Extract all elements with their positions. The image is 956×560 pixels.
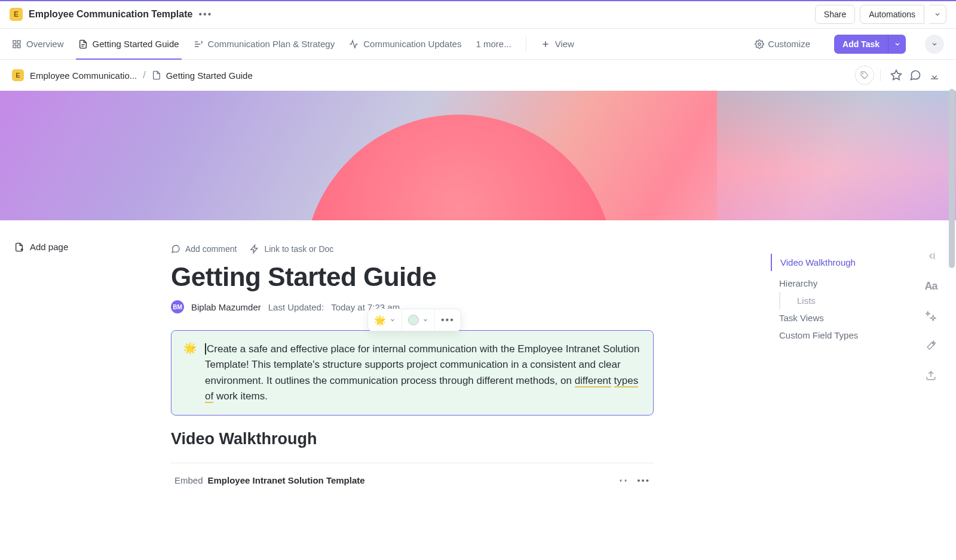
chevron-down-icon [894, 41, 901, 48]
svg-rect-2 [13, 45, 16, 48]
add-page-button[interactable]: Add page [14, 242, 153, 252]
svg-marker-6 [891, 70, 902, 80]
embed-block[interactable]: Embed Employee Intranet Solution Templat… [171, 463, 654, 485]
doc-icon [152, 70, 161, 80]
comment-icon [171, 244, 180, 254]
export-button[interactable] [924, 368, 938, 383]
chevron-down-icon [422, 317, 428, 323]
workspace-more-icon[interactable]: ••• [198, 9, 212, 20]
svg-rect-1 [17, 41, 20, 44]
doc-actions: Add comment Link to task or Doc [171, 244, 654, 254]
action-label: Add comment [185, 244, 237, 254]
tab-more[interactable]: 1 more... [476, 29, 511, 60]
doc-title[interactable]: Getting Started Guide [171, 262, 654, 292]
collapse-outline-button[interactable] [924, 249, 938, 263]
updated-label: Last Updated: [268, 302, 324, 312]
plus-icon [541, 39, 550, 49]
breadcrumb-row: E Employee Communicatio... / Getting Sta… [0, 60, 956, 91]
magic-button[interactable] [924, 339, 938, 353]
workspace-bar: E Employee Communication Template ••• Sh… [0, 0, 956, 29]
comments-button[interactable] [906, 66, 925, 85]
tab-label: Getting Started Guide [93, 39, 179, 49]
callout-block[interactable]: 🌟 Create a safe and effective place for … [171, 330, 654, 416]
overflow-button[interactable] [925, 35, 944, 54]
add-task-group: Add Task [834, 35, 906, 54]
left-sidebar: Add page [0, 220, 167, 485]
author-name[interactable]: Biplab Mazumder [191, 302, 261, 312]
add-view[interactable]: View [541, 29, 574, 60]
sparkle-icon: 🌟 [183, 341, 197, 404]
share-button[interactable]: Share [815, 5, 855, 24]
link-icon [250, 244, 259, 254]
wand-icon [926, 340, 936, 351]
separator [526, 37, 526, 51]
more-icon[interactable]: ••• [637, 475, 650, 485]
gear-icon [755, 39, 764, 49]
block-more-button[interactable]: ••• [435, 309, 461, 331]
scrollbar-thumb[interactable] [949, 89, 955, 268]
text-cursor [205, 343, 206, 355]
resize-icon[interactable] [618, 476, 629, 485]
svg-rect-0 [13, 41, 16, 44]
add-task-button[interactable]: Add Task [834, 35, 888, 54]
tab-plan-strategy[interactable]: Communication Plan & Strategy [194, 29, 335, 60]
overview-icon [12, 39, 22, 49]
upload-icon [926, 370, 936, 381]
doc-content: Add comment Link to task or Doc Getting … [167, 220, 657, 485]
collapse-icon [929, 70, 940, 81]
svg-point-4 [758, 43, 761, 45]
chevron-down-icon [931, 41, 938, 48]
tab-label: View [555, 39, 574, 49]
tab-overview[interactable]: Overview [12, 29, 64, 60]
scrollbar[interactable] [946, 2, 955, 557]
add-comment-button[interactable]: Add comment [171, 244, 237, 254]
tab-label: Communication Plan & Strategy [208, 39, 335, 49]
typography-button[interactable]: Aa [924, 279, 938, 293]
breadcrumb-root[interactable]: E Employee Communicatio... [12, 69, 137, 81]
tab-label: Communication Updates [363, 39, 461, 49]
cover-image[interactable] [0, 91, 956, 220]
link-task-button[interactable]: Link to task or Doc [250, 244, 333, 254]
collapse-button[interactable] [925, 66, 944, 85]
customize-label: Customize [768, 39, 810, 49]
workspace-title[interactable]: Employee Communication Template [29, 9, 192, 20]
tag-button[interactable] [855, 66, 874, 85]
right-sidebar: Video Walkthrough Hierarchy Lists Task V… [771, 220, 956, 485]
collapse-icon [925, 251, 937, 261]
block-icon-picker[interactable]: 🌟 [368, 309, 402, 331]
activity-icon [349, 39, 358, 49]
tab-updates[interactable]: Communication Updates [349, 29, 461, 60]
breadcrumb-current[interactable]: Getting Started Guide [152, 70, 253, 81]
embed-label: Embed [174, 475, 203, 485]
breadcrumb-separator: / [143, 70, 145, 81]
separator [880, 69, 881, 81]
automations-button-group: Automations [860, 5, 946, 24]
customize-button[interactable]: Customize [755, 39, 810, 49]
chevron-down-icon [934, 11, 941, 18]
doc-icon [78, 39, 88, 49]
author-avatar[interactable]: BM [171, 300, 184, 313]
tag-icon [860, 71, 869, 79]
add-page-label: Add page [30, 242, 68, 252]
tab-label: Overview [26, 39, 64, 49]
add-task-dropdown[interactable] [888, 35, 906, 54]
callout-spellcheck: different [575, 375, 611, 387]
block-color-picker[interactable] [402, 309, 435, 331]
automations-dropdown[interactable] [929, 5, 946, 24]
gantt-icon [194, 39, 203, 49]
embed-name: Employee Intranet Solution Template [208, 475, 365, 485]
block-toolbar[interactable]: 🌟 ••• [367, 309, 461, 331]
action-label: Link to task or Doc [264, 244, 333, 254]
callout-text-part: work items. [213, 390, 268, 402]
favorite-button[interactable] [887, 66, 906, 85]
heading-video-walkthrough[interactable]: Video Walkthrough [171, 430, 654, 448]
add-page-icon [14, 242, 24, 252]
workspace-badge-small: E [12, 69, 24, 81]
workspace-badge: E [10, 8, 23, 21]
automations-button[interactable]: Automations [860, 5, 924, 24]
tab-label: 1 more... [476, 39, 511, 49]
sparkle-icon: 🌟 [374, 315, 386, 326]
callout-text[interactable]: Create a safe and effective place for in… [205, 341, 641, 404]
ai-button[interactable] [924, 309, 938, 323]
tab-getting-started[interactable]: Getting Started Guide [78, 29, 179, 60]
